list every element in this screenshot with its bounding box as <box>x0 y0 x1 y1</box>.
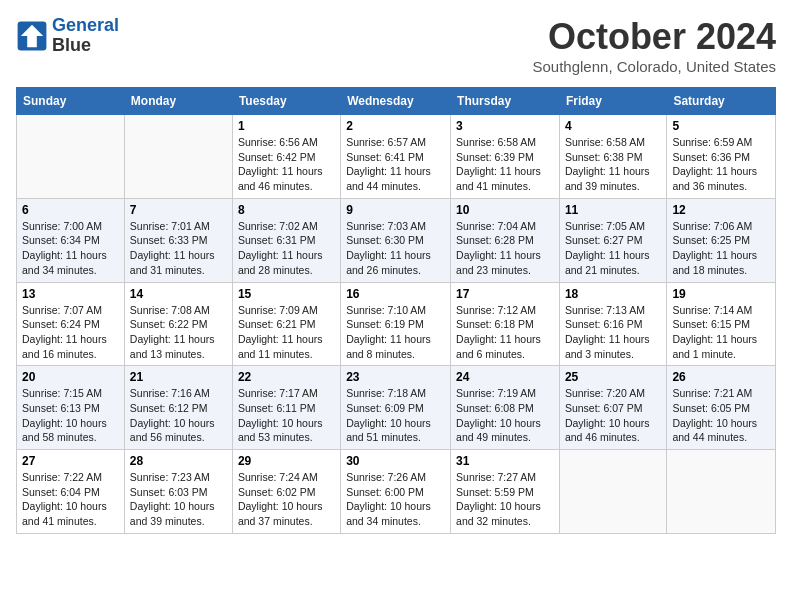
logo-icon <box>16 20 48 52</box>
calendar-cell: 9Sunrise: 7:03 AM Sunset: 6:30 PM Daylig… <box>341 198 451 282</box>
title-block: October 2024 Southglenn, Colorado, Unite… <box>533 16 777 75</box>
weekday-header: Friday <box>559 88 666 115</box>
day-number: 11 <box>565 203 661 217</box>
day-number: 15 <box>238 287 335 301</box>
day-info: Sunrise: 7:09 AM Sunset: 6:21 PM Dayligh… <box>238 303 335 362</box>
calendar-cell: 23Sunrise: 7:18 AM Sunset: 6:09 PM Dayli… <box>341 366 451 450</box>
day-info: Sunrise: 6:57 AM Sunset: 6:41 PM Dayligh… <box>346 135 445 194</box>
calendar-week-row: 27Sunrise: 7:22 AM Sunset: 6:04 PM Dayli… <box>17 450 776 534</box>
calendar-cell <box>559 450 666 534</box>
calendar-cell: 15Sunrise: 7:09 AM Sunset: 6:21 PM Dayli… <box>232 282 340 366</box>
day-info: Sunrise: 7:05 AM Sunset: 6:27 PM Dayligh… <box>565 219 661 278</box>
day-number: 6 <box>22 203 119 217</box>
day-number: 25 <box>565 370 661 384</box>
calendar-cell: 8Sunrise: 7:02 AM Sunset: 6:31 PM Daylig… <box>232 198 340 282</box>
calendar-table: SundayMondayTuesdayWednesdayThursdayFrid… <box>16 87 776 534</box>
weekday-header: Saturday <box>667 88 776 115</box>
day-number: 24 <box>456 370 554 384</box>
day-number: 2 <box>346 119 445 133</box>
day-info: Sunrise: 7:16 AM Sunset: 6:12 PM Dayligh… <box>130 386 227 445</box>
weekday-header: Thursday <box>451 88 560 115</box>
calendar-cell: 2Sunrise: 6:57 AM Sunset: 6:41 PM Daylig… <box>341 115 451 199</box>
day-info: Sunrise: 7:22 AM Sunset: 6:04 PM Dayligh… <box>22 470 119 529</box>
day-number: 12 <box>672 203 770 217</box>
day-info: Sunrise: 7:01 AM Sunset: 6:33 PM Dayligh… <box>130 219 227 278</box>
calendar-cell: 5Sunrise: 6:59 AM Sunset: 6:36 PM Daylig… <box>667 115 776 199</box>
calendar-cell: 7Sunrise: 7:01 AM Sunset: 6:33 PM Daylig… <box>124 198 232 282</box>
calendar-cell: 31Sunrise: 7:27 AM Sunset: 5:59 PM Dayli… <box>451 450 560 534</box>
day-number: 4 <box>565 119 661 133</box>
day-info: Sunrise: 7:27 AM Sunset: 5:59 PM Dayligh… <box>456 470 554 529</box>
day-number: 18 <box>565 287 661 301</box>
calendar-cell: 10Sunrise: 7:04 AM Sunset: 6:28 PM Dayli… <box>451 198 560 282</box>
day-info: Sunrise: 7:08 AM Sunset: 6:22 PM Dayligh… <box>130 303 227 362</box>
day-info: Sunrise: 7:26 AM Sunset: 6:00 PM Dayligh… <box>346 470 445 529</box>
day-number: 19 <box>672 287 770 301</box>
day-info: Sunrise: 7:15 AM Sunset: 6:13 PM Dayligh… <box>22 386 119 445</box>
day-number: 22 <box>238 370 335 384</box>
day-info: Sunrise: 7:19 AM Sunset: 6:08 PM Dayligh… <box>456 386 554 445</box>
day-info: Sunrise: 7:17 AM Sunset: 6:11 PM Dayligh… <box>238 386 335 445</box>
calendar-cell: 1Sunrise: 6:56 AM Sunset: 6:42 PM Daylig… <box>232 115 340 199</box>
calendar-cell: 17Sunrise: 7:12 AM Sunset: 6:18 PM Dayli… <box>451 282 560 366</box>
day-info: Sunrise: 7:14 AM Sunset: 6:15 PM Dayligh… <box>672 303 770 362</box>
day-number: 16 <box>346 287 445 301</box>
calendar-week-row: 20Sunrise: 7:15 AM Sunset: 6:13 PM Dayli… <box>17 366 776 450</box>
calendar-cell: 28Sunrise: 7:23 AM Sunset: 6:03 PM Dayli… <box>124 450 232 534</box>
day-number: 23 <box>346 370 445 384</box>
logo: General Blue <box>16 16 119 56</box>
calendar-week-row: 1Sunrise: 6:56 AM Sunset: 6:42 PM Daylig… <box>17 115 776 199</box>
calendar-cell: 20Sunrise: 7:15 AM Sunset: 6:13 PM Dayli… <box>17 366 125 450</box>
day-number: 9 <box>346 203 445 217</box>
calendar-cell: 12Sunrise: 7:06 AM Sunset: 6:25 PM Dayli… <box>667 198 776 282</box>
calendar-cell: 27Sunrise: 7:22 AM Sunset: 6:04 PM Dayli… <box>17 450 125 534</box>
location: Southglenn, Colorado, United States <box>533 58 777 75</box>
day-number: 3 <box>456 119 554 133</box>
day-info: Sunrise: 7:03 AM Sunset: 6:30 PM Dayligh… <box>346 219 445 278</box>
calendar-cell: 16Sunrise: 7:10 AM Sunset: 6:19 PM Dayli… <box>341 282 451 366</box>
calendar-cell: 21Sunrise: 7:16 AM Sunset: 6:12 PM Dayli… <box>124 366 232 450</box>
day-info: Sunrise: 7:00 AM Sunset: 6:34 PM Dayligh… <box>22 219 119 278</box>
day-info: Sunrise: 6:56 AM Sunset: 6:42 PM Dayligh… <box>238 135 335 194</box>
day-info: Sunrise: 7:13 AM Sunset: 6:16 PM Dayligh… <box>565 303 661 362</box>
page-header: General Blue October 2024 Southglenn, Co… <box>16 16 776 75</box>
day-number: 1 <box>238 119 335 133</box>
day-info: Sunrise: 7:12 AM Sunset: 6:18 PM Dayligh… <box>456 303 554 362</box>
day-info: Sunrise: 7:04 AM Sunset: 6:28 PM Dayligh… <box>456 219 554 278</box>
calendar-cell: 22Sunrise: 7:17 AM Sunset: 6:11 PM Dayli… <box>232 366 340 450</box>
calendar-cell <box>667 450 776 534</box>
logo-text: General Blue <box>52 16 119 56</box>
calendar-cell: 4Sunrise: 6:58 AM Sunset: 6:38 PM Daylig… <box>559 115 666 199</box>
day-info: Sunrise: 7:18 AM Sunset: 6:09 PM Dayligh… <box>346 386 445 445</box>
day-number: 27 <box>22 454 119 468</box>
day-info: Sunrise: 6:59 AM Sunset: 6:36 PM Dayligh… <box>672 135 770 194</box>
day-number: 21 <box>130 370 227 384</box>
day-number: 13 <box>22 287 119 301</box>
day-info: Sunrise: 7:02 AM Sunset: 6:31 PM Dayligh… <box>238 219 335 278</box>
day-number: 26 <box>672 370 770 384</box>
calendar-week-row: 6Sunrise: 7:00 AM Sunset: 6:34 PM Daylig… <box>17 198 776 282</box>
calendar-cell: 24Sunrise: 7:19 AM Sunset: 6:08 PM Dayli… <box>451 366 560 450</box>
calendar-cell: 11Sunrise: 7:05 AM Sunset: 6:27 PM Dayli… <box>559 198 666 282</box>
day-info: Sunrise: 7:06 AM Sunset: 6:25 PM Dayligh… <box>672 219 770 278</box>
calendar-cell: 18Sunrise: 7:13 AM Sunset: 6:16 PM Dayli… <box>559 282 666 366</box>
weekday-header: Wednesday <box>341 88 451 115</box>
day-number: 20 <box>22 370 119 384</box>
calendar-week-row: 13Sunrise: 7:07 AM Sunset: 6:24 PM Dayli… <box>17 282 776 366</box>
calendar-cell: 29Sunrise: 7:24 AM Sunset: 6:02 PM Dayli… <box>232 450 340 534</box>
calendar-cell: 3Sunrise: 6:58 AM Sunset: 6:39 PM Daylig… <box>451 115 560 199</box>
day-info: Sunrise: 7:10 AM Sunset: 6:19 PM Dayligh… <box>346 303 445 362</box>
calendar-body: 1Sunrise: 6:56 AM Sunset: 6:42 PM Daylig… <box>17 115 776 534</box>
weekday-header: Monday <box>124 88 232 115</box>
calendar-cell: 14Sunrise: 7:08 AM Sunset: 6:22 PM Dayli… <box>124 282 232 366</box>
day-info: Sunrise: 7:23 AM Sunset: 6:03 PM Dayligh… <box>130 470 227 529</box>
weekday-header: Tuesday <box>232 88 340 115</box>
day-info: Sunrise: 7:07 AM Sunset: 6:24 PM Dayligh… <box>22 303 119 362</box>
calendar-cell: 25Sunrise: 7:20 AM Sunset: 6:07 PM Dayli… <box>559 366 666 450</box>
calendar-cell: 19Sunrise: 7:14 AM Sunset: 6:15 PM Dayli… <box>667 282 776 366</box>
day-number: 31 <box>456 454 554 468</box>
day-number: 17 <box>456 287 554 301</box>
day-number: 29 <box>238 454 335 468</box>
day-info: Sunrise: 6:58 AM Sunset: 6:38 PM Dayligh… <box>565 135 661 194</box>
calendar-cell: 26Sunrise: 7:21 AM Sunset: 6:05 PM Dayli… <box>667 366 776 450</box>
